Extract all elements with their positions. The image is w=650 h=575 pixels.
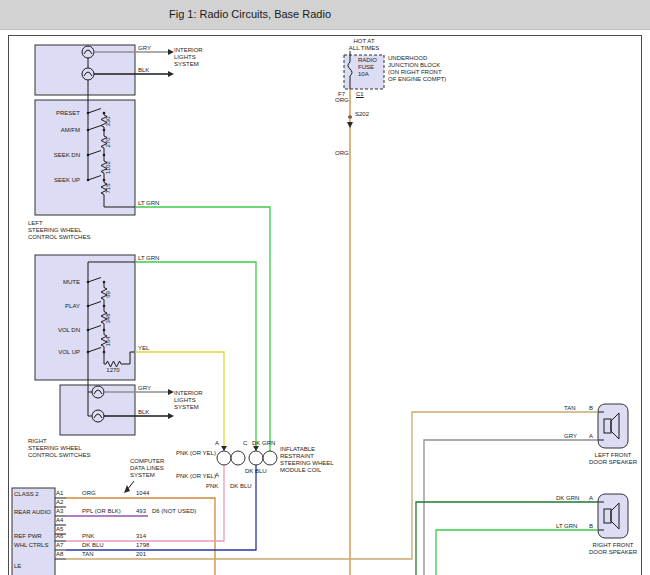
switch-label-seekup: SEEK UP: [36, 177, 80, 184]
speaker-pin-label: B: [589, 405, 593, 412]
wire-label-blk: BLK: [138, 67, 149, 74]
fuse-rating: 10A: [358, 71, 369, 78]
not-used-note: D6 (NOT USED): [152, 508, 196, 515]
wire-label-pnk: PNK: [206, 483, 218, 490]
coil-pin-label: A: [215, 440, 219, 447]
module-name: STEERING WHEEL: [28, 227, 82, 234]
system-label: INTERIOR: [174, 47, 203, 54]
radio-connector-box: [12, 488, 55, 575]
wire-label-tan: TAN: [82, 551, 94, 558]
connector-id-label: C1: [356, 91, 364, 98]
speaker-name: RIGHT FRONT: [578, 542, 648, 549]
resistor-value: 164: [105, 327, 112, 357]
wire-label-pnk: PNK: [82, 533, 94, 540]
wire-label-ltgrn: LT GRN: [138, 255, 159, 262]
wire-label-ppl: PPL (OR BLK): [82, 508, 121, 515]
switch-label-play: PLAY: [36, 303, 80, 310]
radio-function-label: LE: [14, 563, 21, 570]
coil-name: INFLATABLE: [280, 446, 315, 453]
pin-label: A4: [56, 517, 63, 524]
resistor-value-1270: 1270: [98, 367, 128, 374]
radio-function-label: REF PWR: [14, 533, 42, 540]
wire-label-org: ORG: [335, 150, 349, 157]
system-label: INTERIOR: [174, 390, 203, 397]
pin-label: A1: [56, 490, 63, 497]
wire-label-blk: BLK: [138, 409, 149, 416]
fuse-name: RADIO: [358, 57, 377, 64]
circuit-number: 493: [136, 508, 146, 515]
wiring-layer: [0, 0, 650, 575]
wire-label-gry: GRY: [138, 45, 151, 52]
junction-block-label: (ON RIGHT FRONT: [388, 69, 442, 76]
speaker-pin-label: A: [589, 433, 593, 440]
speaker-pin-label: A: [589, 495, 593, 502]
switch-label-amfm: AM/FM: [36, 127, 80, 134]
circuit-number: 201: [136, 551, 146, 558]
wire-label-dkblu: DK BLU: [230, 483, 252, 490]
speaker-name: DOOR SPEAKER: [578, 549, 648, 556]
pin-label: A8: [56, 551, 63, 558]
coil-name: STEERING WHEEL: [280, 460, 334, 467]
wire-label-gry: GRY: [564, 433, 577, 440]
switch-label-voldn: VOL DN: [36, 327, 80, 334]
splice-label-s202: S202: [355, 111, 369, 118]
wire-label-org: ORG: [335, 97, 349, 104]
wire-label-tan: TAN: [564, 405, 576, 412]
wire-label-pnk-or-yel: PNK (OR YEL): [176, 450, 216, 457]
pin-label: A2: [56, 499, 63, 506]
coil-pin-label: C: [243, 440, 247, 447]
system-label: SYSTEM: [174, 404, 199, 411]
system-label: COMPUTER: [130, 458, 164, 465]
junction-block-label: UNDERHOOD: [388, 55, 427, 62]
circuit-number: 1044: [136, 490, 149, 497]
wiring-diagram-page: Fig 1: Radio Circuits, Base Radio: [0, 0, 650, 575]
circuit-number: 1798: [136, 542, 149, 549]
speaker-name: DOOR SPEAKER: [578, 459, 648, 466]
radio-function-label: REAR AUDIO: [14, 509, 51, 516]
radio-function-label: WHL CTRLS: [14, 542, 48, 549]
coil-terminal: [263, 451, 277, 465]
module-name: RIGHT: [28, 438, 47, 445]
module-name: LEFT: [28, 220, 43, 227]
coil-name: MODULE COIL: [280, 467, 321, 474]
module-name: CONTROL SWITCHES: [28, 452, 90, 459]
system-label: DATA LINES: [130, 465, 164, 472]
right-front-speaker-box: [598, 494, 628, 538]
wire-label-ltgrn: LT GRN: [138, 200, 159, 207]
speaker-name: LEFT FRONT: [578, 452, 648, 459]
circuit-number: 314: [136, 533, 146, 540]
wire-label-yel: YEL: [138, 345, 149, 352]
wire-label-dkblu: DK BLU: [245, 468, 267, 475]
radio-function-label: CLASS 2: [14, 491, 39, 498]
coil-name: RESTRAINT: [280, 453, 314, 460]
wire-label-dkgrn: DK GRN: [252, 440, 275, 447]
wire-label-dkgrn: DK GRN: [556, 495, 579, 502]
system-label: LIGHTS: [174, 54, 196, 61]
pin-label: A3: [56, 508, 63, 515]
pin-label: A7: [56, 542, 63, 549]
pin-label: A6: [56, 533, 63, 540]
switch-label-seekdn: SEEK DN: [36, 152, 80, 159]
wire-label-gry: GRY: [138, 385, 151, 392]
wire-label-org: ORG: [82, 490, 96, 497]
system-label: SYSTEM: [174, 61, 199, 68]
fuse-name: FUSE: [358, 64, 374, 71]
module-name: STEERING WHEEL: [28, 445, 82, 452]
coil-terminal: [217, 451, 231, 465]
junction-block-label: OF ENGINE COMPT): [388, 76, 446, 83]
hot-label: HOT AT: [336, 38, 392, 45]
wire-label-dkblu: DK BLU: [82, 542, 104, 549]
coil-terminal: [249, 451, 263, 465]
switch-label-mute: MUTE: [36, 279, 80, 286]
junction-block-label: JUNCTION BLOCK: [388, 62, 440, 69]
pin-label: A5: [56, 526, 63, 533]
wire-label-pnk-or-yel: PNK (OR YEL): [176, 473, 216, 480]
speaker-pin-label: B: [589, 523, 593, 530]
switch-label-preset: PRESET: [36, 110, 80, 117]
hot-label: ALL TIMES: [336, 45, 392, 52]
module-name: CONTROL SWITCHES: [28, 234, 90, 241]
system-label: SYSTEM: [130, 472, 155, 479]
wire-label-ltgrn: LT GRN: [556, 523, 577, 530]
resistor-value: 715: [105, 174, 112, 204]
switch-label-volup: VOL UP: [36, 349, 80, 356]
